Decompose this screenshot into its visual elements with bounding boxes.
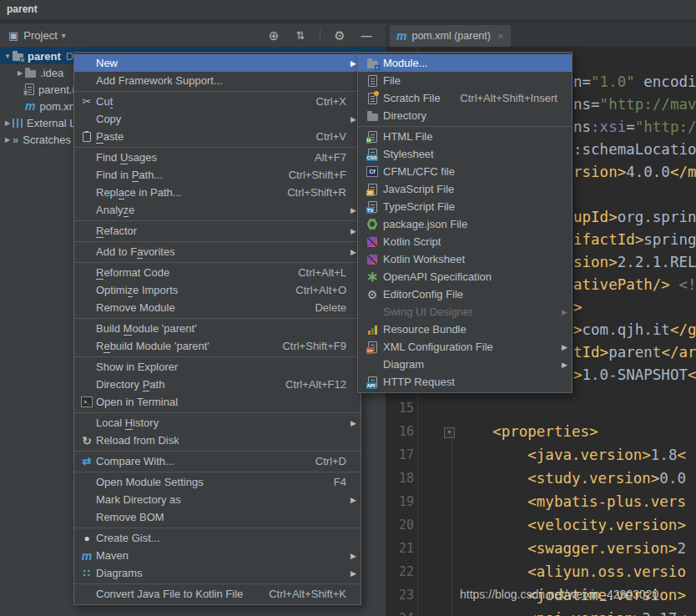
submenu-item-resource-bundle[interactable]: Resource Bundle: [358, 321, 572, 338]
code-line: <study.version>0.0: [457, 467, 686, 489]
diagrams-icon: ∷: [83, 568, 90, 578]
code-line: rsion>4.0.0</m: [573, 161, 696, 184]
line-number: 22: [386, 560, 414, 583]
menu-item-diagrams[interactable]: ∷Diagrams▶: [74, 564, 361, 582]
code-line: tId>parent</ar: [573, 341, 696, 364]
hide-button[interactable]: —: [359, 28, 374, 43]
menu-item-remove-bom[interactable]: Remove BOM: [74, 508, 361, 526]
submenu-item-stylesheet[interactable]: CSSStylesheet: [358, 145, 572, 163]
menu-item-label: Remove Module: [96, 301, 175, 314]
new-submenu: Module...FileScratch FileCtrl+Alt+Shift+…: [357, 52, 572, 393]
kotlin-icon: [367, 237, 377, 247]
menu-item-maven[interactable]: mMaven▶: [74, 547, 361, 564]
submenu-item-cfml-cfc-file[interactable]: CfCFML/CFC file: [358, 163, 572, 180]
expand-arrow-icon[interactable]: ▶: [15, 69, 25, 77]
menu-item-label: Remove BOM: [96, 511, 164, 523]
menu-item-add-framework-support[interactable]: Add Framework Support...: [74, 72, 361, 89]
submenu-item-kotlin-worksheet[interactable]: Kotlin Worksheet: [358, 250, 572, 268]
scratch-file-icon: [368, 93, 377, 104]
line-number: 18: [386, 467, 414, 490]
menu-item-label: Paste: [96, 130, 124, 143]
submenu-arrow-icon: ▶: [346, 115, 356, 124]
submenu-item-editorconfig-file[interactable]: ⚙EditorConfig File: [358, 285, 572, 303]
expand-arrow-icon[interactable]: ▶: [3, 136, 13, 144]
menu-item-convert-java-file-to-kotlin-file[interactable]: Convert Java File to Kotlin FileCtrl+Alt…: [74, 585, 361, 603]
submenu-item-http-request[interactable]: APIHTTP Request: [358, 373, 572, 391]
submenu-arrow-icon: ▶: [346, 227, 356, 235]
menu-item-open-module-settings[interactable]: Open Module SettingsF4: [74, 473, 361, 491]
menu-item-optimize-imports[interactable]: Optimize ImportsCtrl+Alt+O: [74, 281, 361, 299]
locate-button[interactable]: ⊕: [266, 28, 281, 43]
menu-item-new[interactable]: New▶: [74, 54, 361, 72]
submenu-arrow-icon: ▶: [557, 361, 567, 369]
menu-item-add-to-favorites[interactable]: Add to Favorites▶: [74, 243, 361, 260]
project-panel-header: ▣ Project ▾ ⊕⇅⚙—: [0, 23, 386, 48]
menu-item-paste[interactable]: PasteCtrl+V: [74, 128, 361, 145]
chevron-down-icon[interactable]: ▾: [62, 31, 66, 40]
expand-arrow-icon[interactable]: ▶: [3, 119, 13, 127]
line-number: 17: [386, 443, 414, 467]
menu-item-replace-in-path[interactable]: Replace in Path...Ctrl+Shift+R: [74, 184, 361, 201]
tree-item-label: parent: [28, 50, 61, 63]
submenu-item-typescript-file[interactable]: TSTypeScript File: [358, 198, 572, 215]
menu-item-compare-with[interactable]: ⇄Compare With...Ctrl+D: [74, 452, 361, 470]
fold-marker-icon[interactable]: ▾: [444, 427, 455, 438]
submenu-item-directory[interactable]: Directory: [358, 107, 572, 124]
collapse-all-button[interactable]: ⇅: [293, 28, 308, 43]
menu-item-reload-from-disk[interactable]: ↻Reload from Disk: [74, 432, 361, 449]
menu-item-label: Find Usages: [96, 151, 157, 164]
menu-item-mark-directory-as[interactable]: Mark Directory as▶: [74, 491, 361, 508]
menu-item-build-module-parent[interactable]: Build Module 'parent': [74, 320, 361, 337]
reload-icon: ↻: [82, 435, 92, 447]
submenu-arrow-icon: ▶: [346, 59, 356, 68]
submenu-item-javascript-file[interactable]: JSJavaScript File: [358, 180, 572, 198]
menu-item-label: package.json File: [383, 218, 467, 230]
hide-icon: —: [361, 30, 372, 41]
submenu-item-module[interactable]: Module...: [358, 54, 572, 72]
menu-item-label: Reload from Disk: [96, 434, 179, 447]
menu-shortcut: Ctrl+V: [316, 130, 346, 143]
project-view-icon: ▣: [8, 30, 18, 41]
line-number: 24: [386, 607, 414, 616]
menu-item-local-history[interactable]: Local History▶: [74, 414, 361, 432]
settings-gear-button[interactable]: ⚙: [332, 28, 347, 43]
header-divider: [320, 28, 320, 42]
menu-item-rebuild-module-parent[interactable]: Rebuild Module 'parent'Ctrl+Shift+F9: [74, 337, 361, 355]
maven-icon: m: [82, 550, 92, 562]
submenu-item-file[interactable]: File: [358, 72, 572, 89]
menu-item-show-in-explorer[interactable]: Show in Explorer: [74, 358, 361, 376]
terminal-icon: >_: [81, 396, 93, 407]
menu-item-reformat-code[interactable]: Reformat CodeCtrl+Alt+L: [74, 264, 361, 281]
submenu-item-package-json-file[interactable]: package.json File: [358, 215, 572, 233]
menu-item-refactor[interactable]: Refactor▶: [74, 222, 361, 240]
submenu-item-diagram[interactable]: Diagram▶: [358, 356, 572, 373]
indent-guide: [451, 439, 452, 616]
menu-item-remove-module[interactable]: Remove ModuleDelete: [74, 299, 361, 316]
tab-pom-xml-parent[interactable]: m pom.xml (parent) ×: [390, 25, 511, 47]
locate-icon: ⊕: [269, 29, 280, 42]
menu-shortcut: Ctrl+Alt+F12: [285, 378, 346, 391]
menu-item-copy[interactable]: Copy▶: [74, 110, 361, 128]
close-tab-icon[interactable]: ×: [497, 30, 504, 43]
menu-item-analyze[interactable]: Analyze▶: [74, 201, 361, 219]
menu-item-directory-path[interactable]: Directory PathCtrl+Alt+F12: [74, 376, 361, 393]
line-number: 15: [386, 396, 414, 420]
editorconfig-icon: ⚙: [367, 289, 378, 300]
menu-item-open-in-terminal[interactable]: >_Open in Terminal: [74, 393, 361, 411]
submenu-item-xml-configuration-file[interactable]: <>XML Configuration File▶: [358, 338, 572, 356]
submenu-item-html-file[interactable]: HHTML File: [358, 128, 572, 145]
menu-item-cut[interactable]: ✂CutCtrl+X: [74, 93, 361, 110]
submenu-item-scratch-file[interactable]: Scratch FileCtrl+Alt+Shift+Insert: [358, 89, 572, 107]
menu-separator: [74, 412, 361, 413]
menu-item-find-usages[interactable]: Find UsagesAlt+F7: [74, 149, 361, 166]
folder-icon: [25, 70, 36, 78]
menu-item-create-gist[interactable]: ●Create Gist...: [74, 529, 361, 547]
expand-arrow-icon[interactable]: ▼: [3, 53, 13, 60]
menu-separator: [74, 262, 361, 263]
submenu-item-kotlin-script[interactable]: Kotlin Script: [358, 233, 572, 250]
submenu-item-openapi-specification[interactable]: ∗OpenAPI Specification: [358, 268, 572, 285]
stylesheet-icon: CSS: [368, 149, 377, 160]
menu-item-find-in-path[interactable]: Find in Path...Ctrl+Shift+F: [74, 166, 361, 184]
javascript-file-icon: JS: [368, 184, 377, 195]
project-view-selector[interactable]: Project: [23, 29, 57, 42]
